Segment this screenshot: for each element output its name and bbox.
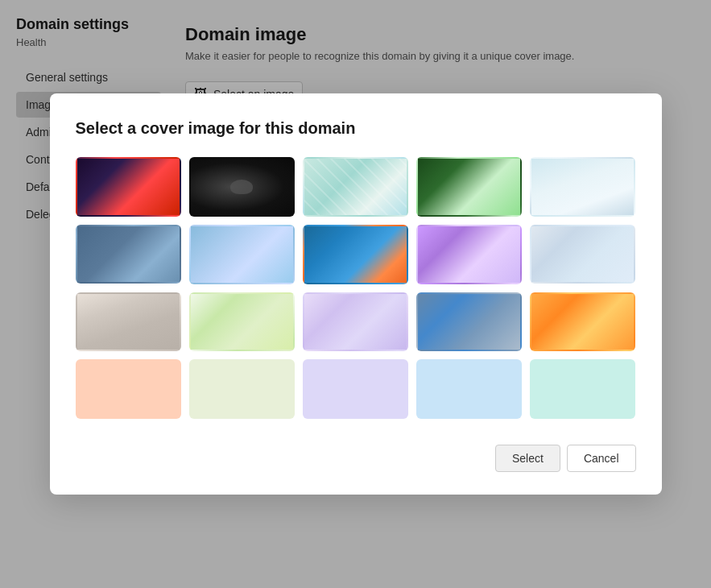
image-option-5[interactable] [530, 157, 635, 217]
image-option-4[interactable] [416, 157, 522, 217]
image-grid [76, 157, 636, 419]
image-option-13[interactable] [303, 292, 408, 352]
image-option-2[interactable] [189, 157, 295, 217]
modal-footer: Select Cancel [76, 438, 636, 472]
image-option-3[interactable] [303, 157, 408, 217]
image-option-11[interactable] [76, 292, 181, 352]
image-option-14[interactable] [416, 292, 522, 352]
color-option-2[interactable] [189, 359, 295, 419]
modal-title: Select a cover image for this domain [76, 119, 636, 138]
image-option-6[interactable] [76, 225, 181, 284]
image-option-10[interactable] [530, 225, 635, 284]
color-option-1[interactable] [76, 359, 181, 419]
image-option-9[interactable] [416, 225, 522, 284]
image-option-7[interactable] [189, 225, 295, 284]
select-button[interactable]: Select [495, 445, 560, 472]
modal-overlay[interactable]: Select a cover image for this domain [0, 0, 711, 588]
image-option-12[interactable] [189, 292, 295, 352]
color-option-5[interactable] [530, 359, 635, 419]
cancel-button[interactable]: Cancel [567, 445, 636, 472]
image-option-15[interactable] [530, 292, 635, 352]
color-option-4[interactable] [416, 359, 522, 419]
modal-dialog: Select a cover image for this domain [50, 93, 662, 495]
image-option-8[interactable] [303, 225, 408, 284]
color-option-3[interactable] [303, 359, 408, 419]
image-option-1[interactable] [76, 157, 181, 217]
